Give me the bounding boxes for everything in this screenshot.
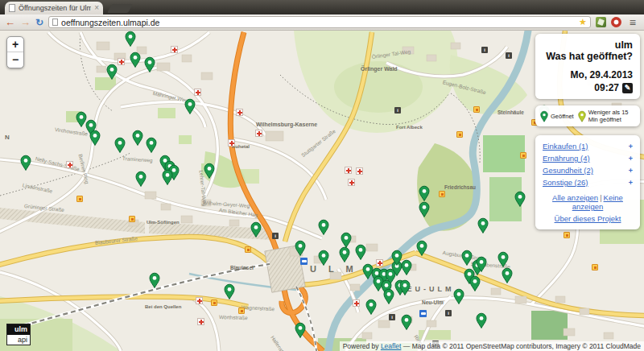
leaflet-link[interactable]: Leaflet <box>381 342 402 350</box>
shop-icon <box>129 216 135 222</box>
map-marker[interactable] <box>144 56 155 72</box>
expand-plus-icon[interactable]: + <box>629 179 633 187</box>
shop-icon <box>439 191 445 197</box>
map-marker[interactable] <box>399 279 411 295</box>
legend-closing-label: Weniger als 15 Min geöffnet <box>588 109 634 123</box>
map-canvas[interactable]: U L MNEU-ULMWilhelmsburg-KaserneÖrlinger… <box>0 31 644 351</box>
zoom-in-button[interactable]: + <box>7 37 23 52</box>
shop-icon <box>473 106 480 113</box>
map-marker[interactable] <box>514 191 526 207</box>
category-row: Gesundheit (2)+ <box>543 166 633 175</box>
shop-icon <box>520 152 526 159</box>
hospital-icon <box>196 297 203 304</box>
panel-time: 09:27 <box>594 82 619 93</box>
map-marker[interactable] <box>295 322 306 338</box>
map-marker[interactable] <box>476 256 487 272</box>
browser-tab[interactable]: Öffnungszeiten für Ulm × <box>5 2 103 14</box>
place-label: N <box>5 134 10 141</box>
about-project-link[interactable]: Über dieses Projekt <box>543 214 633 223</box>
map-marker[interactable] <box>339 246 350 262</box>
back-button[interactable]: ← <box>5 17 15 28</box>
map-marker[interactable] <box>318 219 329 235</box>
tab-close-icon[interactable]: × <box>94 4 99 12</box>
panel-date: Mo, 29.4.2013 <box>543 69 633 81</box>
hospital-icon <box>353 299 360 307</box>
reload-button[interactable]: ↻ <box>35 17 43 28</box>
map-marker[interactable] <box>355 244 366 260</box>
shop-icon <box>238 308 245 314</box>
category-link[interactable]: Ernährung (4) <box>543 154 590 163</box>
map-marker[interactable] <box>341 232 352 248</box>
map-marker[interactable] <box>476 312 487 328</box>
map-marker[interactable] <box>453 288 464 304</box>
expand-plus-icon[interactable]: + <box>629 155 633 163</box>
map-marker[interactable] <box>224 283 235 299</box>
map-marker[interactable] <box>204 163 215 179</box>
map-zoom-control: + − <box>6 36 24 68</box>
info-icon: i <box>445 310 452 316</box>
map-marker[interactable] <box>295 240 306 256</box>
edit-time-icon[interactable]: ✎ <box>622 83 633 93</box>
map-marker[interactable] <box>401 259 412 275</box>
hospital-icon <box>171 46 178 53</box>
legend-closing: Weniger als 15 Min geöffnet <box>578 109 634 123</box>
hospital-icon <box>348 179 355 186</box>
zoom-out-button[interactable]: − <box>7 52 23 68</box>
place-label: Wilhelmsburg-Kaserne <box>256 122 317 127</box>
url-text[interactable]: oeffnungszeiten.ulmapi.de <box>61 18 576 27</box>
map-marker[interactable] <box>106 64 118 80</box>
shop-icon <box>245 246 251 253</box>
category-row: Einkaufen (1)+ <box>543 142 633 151</box>
info-icon: i <box>389 314 395 320</box>
forward-button[interactable]: → <box>20 17 31 28</box>
browser-toolbar: ← → ↻ oeffnungszeiten.ulmapi.de ★ ≡ <box>0 14 644 31</box>
show-all-link[interactable]: Alle anzeigen <box>552 193 598 202</box>
map-marker[interactable] <box>401 314 412 330</box>
map-marker[interactable] <box>135 171 147 187</box>
map-marker[interactable] <box>184 98 196 114</box>
map-marker[interactable] <box>416 240 427 256</box>
map-marker[interactable] <box>250 221 262 237</box>
map-marker[interactable] <box>149 272 160 288</box>
map-marker[interactable] <box>125 31 136 47</box>
map-marker[interactable] <box>502 267 513 283</box>
shop-icon <box>592 264 598 270</box>
expand-plus-icon[interactable]: + <box>629 142 633 151</box>
category-row: Sonstige (26)+ <box>543 178 633 187</box>
extension-icon[interactable] <box>596 17 606 27</box>
category-link[interactable]: Sonstige (26) <box>543 178 588 187</box>
map-marker[interactable] <box>20 155 31 171</box>
map-marker[interactable] <box>461 250 473 266</box>
map-marker[interactable] <box>365 299 377 315</box>
category-link[interactable]: Gesundheit (2) <box>543 166 593 175</box>
map-marker[interactable] <box>130 52 141 68</box>
shop-icon <box>211 299 217 306</box>
map-marker[interactable] <box>419 201 430 217</box>
map-marker[interactable] <box>114 137 126 153</box>
place-label: Steinhäule <box>497 109 524 115</box>
attribution-suffix: — Map data © 2011 OpenStreetMap contribu… <box>401 342 641 350</box>
ulmapi-logo-top: ulm <box>7 324 30 335</box>
hospital-icon <box>345 167 352 174</box>
map-marker[interactable] <box>477 217 489 233</box>
expand-plus-icon[interactable]: + <box>629 167 633 175</box>
map-marker[interactable] <box>419 185 430 201</box>
extension-icon[interactable] <box>611 17 621 27</box>
map-marker[interactable] <box>89 130 101 146</box>
hospital-icon <box>356 167 363 175</box>
map-marker[interactable] <box>318 250 329 266</box>
map-marker[interactable] <box>383 288 394 304</box>
bus-icon <box>419 310 427 317</box>
bookmark-star-icon[interactable]: ★ <box>579 18 587 27</box>
new-tab-button[interactable] <box>107 4 133 13</box>
map-marker[interactable] <box>469 275 481 291</box>
map-marker[interactable] <box>146 137 157 153</box>
map-marker[interactable] <box>132 130 143 146</box>
category-link[interactable]: Einkaufen (1) <box>543 142 588 151</box>
url-bar[interactable]: oeffnungszeiten.ulmapi.de ★ <box>48 16 591 28</box>
info-icon: i <box>272 233 279 239</box>
map-marker[interactable] <box>162 169 173 185</box>
menu-icon[interactable]: ≡ <box>626 17 639 28</box>
panel-question: Was hat geöffnet? <box>543 51 633 62</box>
map-marker[interactable] <box>497 251 509 267</box>
